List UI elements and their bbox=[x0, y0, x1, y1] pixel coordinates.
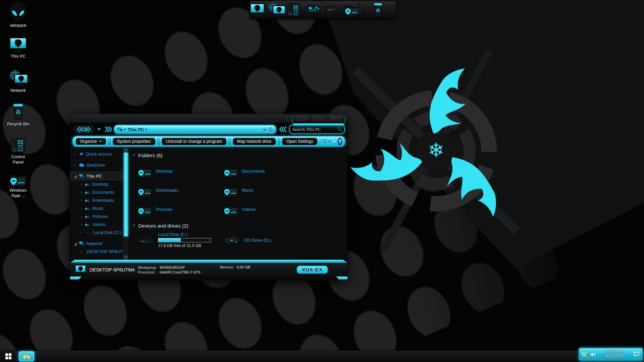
back-forward-cluster[interactable] bbox=[73, 124, 95, 134]
file-explorer-icon bbox=[23, 354, 30, 359]
help-button[interactable]: ? bbox=[338, 138, 342, 145]
expand-chevron-icon[interactable]: › bbox=[79, 198, 83, 203]
desktop-icon-recycle-bin[interactable]: Recycle Bin bbox=[2, 103, 34, 127]
scrollbar-track[interactable] bbox=[123, 237, 128, 255]
search-input[interactable] bbox=[292, 126, 336, 132]
scroll-down-arrow[interactable]: ▼ bbox=[123, 255, 128, 260]
recycle-bin-icon[interactable] bbox=[372, 2, 384, 17]
chevrons-right-icon[interactable] bbox=[278, 126, 287, 133]
system-details: Workgroup: WORKGROUP Processor: Intel(R)… bbox=[138, 265, 203, 274]
system-properties-button[interactable]: System properties bbox=[113, 138, 155, 145]
folder-tile-music[interactable]: Music bbox=[223, 181, 309, 200]
address-bar[interactable]: This PC bbox=[114, 125, 276, 134]
expand-chevron-icon[interactable]: › bbox=[79, 222, 83, 227]
sidebar-item-network[interactable]: ◢ Network bbox=[70, 239, 123, 247]
sidebar-item-music[interactable]: › Music bbox=[70, 204, 123, 212]
sidebar-item-this-pc[interactable]: ◢ This PC bbox=[70, 172, 123, 180]
expand-chevron-icon[interactable]: › bbox=[79, 230, 83, 235]
quick-access-star-icon bbox=[79, 152, 84, 157]
taskbar-clock[interactable]: 10:18 AM 9/23/2017 bbox=[598, 349, 631, 359]
sidebar-item-documents[interactable]: › Documents bbox=[70, 188, 123, 196]
desktop-icon-this-pc[interactable]: This PC bbox=[2, 37, 34, 59]
monitor-alien-icon bbox=[9, 37, 27, 53]
folder-tile-desktop[interactable]: Desktop bbox=[137, 162, 223, 181]
breadcrumb-arrow-icon[interactable] bbox=[124, 128, 126, 131]
desktop-icon-skinpack[interactable]: skinpack bbox=[2, 3, 34, 28]
minimize-button[interactable] bbox=[294, 115, 309, 123]
drive-usage-bar bbox=[158, 238, 211, 242]
svg-text:❄: ❄ bbox=[428, 139, 444, 162]
sidebar-item-desktop[interactable]: › Desktop bbox=[70, 180, 123, 188]
sidebar-label: Desktop bbox=[92, 182, 108, 187]
folder-tile-downloads[interactable]: Downloads bbox=[137, 181, 223, 200]
sidebar-item-pictures[interactable]: › Pictures bbox=[70, 212, 123, 220]
section-header-folders[interactable]: Folders (6) bbox=[133, 153, 347, 158]
expand-chevron-icon[interactable]: › bbox=[73, 152, 77, 157]
devices-grid: Local Disk (C:) 17.8 GB free of 31.5 GB … bbox=[137, 232, 347, 248]
expand-chevron-icon[interactable]: › bbox=[73, 163, 77, 168]
window-titlebar[interactable] bbox=[70, 114, 347, 123]
collapse-chevron-icon[interactable]: ◢ bbox=[73, 241, 77, 246]
chevrons-left-icon[interactable] bbox=[103, 126, 112, 133]
expand-chevron-icon[interactable]: › bbox=[79, 249, 83, 254]
open-settings-button[interactable]: Open Settings bbox=[282, 138, 317, 145]
expand-chevron-icon[interactable]: › bbox=[79, 214, 83, 219]
taskbar-file-explorer-button[interactable] bbox=[19, 351, 34, 361]
preview-pane-icon[interactable] bbox=[333, 139, 336, 144]
section-collapse-icon[interactable] bbox=[133, 154, 136, 157]
network-globe-monitor-icon[interactable] bbox=[268, 2, 286, 17]
this-pc-monitor-icon[interactable] bbox=[250, 3, 265, 16]
game-controller-icon[interactable] bbox=[305, 4, 322, 15]
drive-tile-cd-d[interactable]: CD Drive (D:) bbox=[223, 232, 309, 248]
action-center-icon[interactable] bbox=[634, 352, 640, 357]
scroll-up-arrow[interactable]: ▲ bbox=[123, 147, 128, 152]
control-panel-tower-icon[interactable] bbox=[286, 2, 301, 17]
section-collapse-icon[interactable] bbox=[133, 225, 136, 227]
organize-button[interactable]: Organize bbox=[75, 138, 106, 145]
volume-icon[interactable] bbox=[590, 352, 596, 357]
folder-tile-pictures[interactable]: Pictures bbox=[137, 200, 223, 219]
section-header-devices[interactable]: Devices and drives (2) bbox=[133, 223, 347, 229]
expand-chevron-icon[interactable]: › bbox=[79, 206, 83, 211]
collapse-chevron-icon[interactable]: ◢ bbox=[73, 174, 77, 179]
folder-tile-videos[interactable]: Videos bbox=[223, 200, 309, 219]
laptop-device-icon[interactable] bbox=[323, 5, 341, 14]
search-box[interactable] bbox=[289, 125, 345, 134]
desktop-icon-control-panel[interactable]: Control Panel bbox=[2, 137, 34, 165]
desktop-icon-label: Windows Style ... bbox=[10, 188, 27, 198]
this-pc-icon bbox=[79, 174, 85, 178]
change-view-button[interactable] bbox=[321, 139, 331, 144]
sidebar-scrollbar[interactable]: ▲ ▼ bbox=[123, 147, 128, 260]
desktop-icon-windows-style[interactable]: Windows Style ... bbox=[2, 172, 34, 198]
alien-art-folder-icon[interactable] bbox=[344, 3, 360, 16]
uninstall-program-button[interactable]: Uninstall or change a program bbox=[162, 138, 226, 145]
desktop-icon-network[interactable]: Network bbox=[2, 70, 34, 94]
start-button[interactable] bbox=[0, 351, 17, 362]
folder-tile-documents[interactable]: Documents bbox=[223, 162, 309, 181]
network-status-icon[interactable] bbox=[582, 352, 588, 357]
breadcrumb-arrow-icon[interactable] bbox=[146, 128, 147, 131]
xux-ex-badge: XUX-EX bbox=[297, 265, 328, 274]
drive-tile-local-disk-c[interactable]: Local Disk (C:) 17.8 GB free of 31.5 GB bbox=[137, 232, 223, 248]
expand-chevron-icon[interactable]: › bbox=[79, 182, 83, 187]
address-dropdown-icon[interactable] bbox=[263, 128, 267, 131]
sidebar-item-local-disk-c[interactable]: › Local Disk (C:) bbox=[70, 228, 123, 236]
breadcrumb[interactable]: This PC bbox=[128, 127, 144, 132]
organize-dropdown-icon bbox=[99, 140, 102, 142]
sidebar-item-quick-access[interactable]: › Quick access bbox=[70, 150, 123, 158]
search-icon[interactable] bbox=[337, 127, 342, 132]
close-button[interactable] bbox=[329, 115, 343, 123]
maximize-button[interactable] bbox=[312, 115, 326, 123]
sidebar-item-onedrive[interactable]: › OneDrive bbox=[70, 161, 123, 169]
scrollbar-thumb[interactable] bbox=[124, 153, 128, 236]
refresh-icon[interactable] bbox=[268, 127, 273, 132]
recent-locations-dropdown-icon[interactable] bbox=[97, 128, 101, 131]
sidebar-item-desktop-5p6utm4[interactable]: › DESKTOP-5P6UTM4 bbox=[70, 247, 123, 255]
sidebar-item-downloads[interactable]: › Downloads bbox=[70, 196, 123, 204]
sidebar-item-videos[interactable]: › Videos bbox=[70, 220, 123, 228]
view-dropdown-icon bbox=[328, 140, 331, 142]
explorer-window: This PC Organize System propertie bbox=[70, 114, 347, 280]
details-view-icon bbox=[321, 139, 327, 144]
expand-chevron-icon[interactable]: › bbox=[79, 190, 83, 195]
map-network-drive-button[interactable]: Map network drive bbox=[233, 138, 276, 145]
